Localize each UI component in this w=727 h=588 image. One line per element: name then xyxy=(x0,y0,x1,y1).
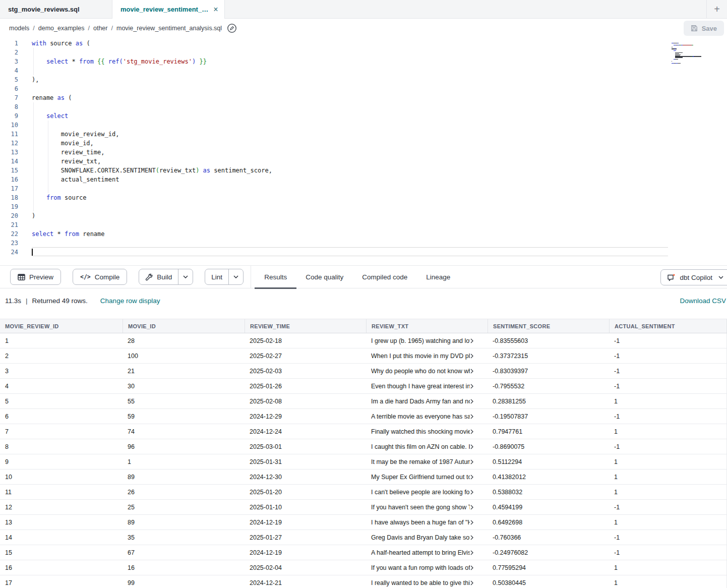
cell-movie-review-id: 8 xyxy=(0,439,123,454)
copilot-edit-icon[interactable] xyxy=(227,23,237,33)
code-line-17[interactable]: 17 xyxy=(0,184,668,193)
expand-cell-chevron-icon[interactable] xyxy=(469,490,474,495)
expand-cell-chevron-icon[interactable] xyxy=(469,384,474,389)
tab-lineage[interactable]: Lineage xyxy=(426,265,450,288)
dbt-copilot-button[interactable]: dbt Copilot xyxy=(660,269,727,285)
change-row-display-link[interactable]: Change row display xyxy=(100,297,160,305)
expand-cell-chevron-icon[interactable] xyxy=(469,338,474,343)
editor-minimap[interactable] xyxy=(672,43,704,66)
build-dropdown-chevron-icon[interactable] xyxy=(178,269,193,284)
dbt-ide-window: stg_movie_reviews.sql movie_review_senti… xyxy=(0,0,727,588)
expand-cell-chevron-icon[interactable] xyxy=(469,580,474,585)
code-line-10[interactable]: 10 xyxy=(0,121,668,130)
column-header-movie-review-id[interactable]: MOVIE_REVIEW_ID xyxy=(0,319,123,333)
cell-review-txt: My Super Ex Girlfriend turned out to b… xyxy=(366,469,488,484)
lint-label: Lint xyxy=(211,273,222,281)
cell-review-txt: If you haven't seen the gong show TV s… xyxy=(366,500,488,514)
lint-dropdown-chevron-icon[interactable] xyxy=(228,269,243,284)
cell-review-time: 2025-02-18 xyxy=(245,333,366,348)
expand-cell-chevron-icon[interactable] xyxy=(469,475,474,480)
code-line-19[interactable]: 19 xyxy=(0,202,668,211)
column-header-review-txt[interactable]: REVIEW_TXT xyxy=(366,319,488,333)
code-line-23[interactable]: 23 xyxy=(0,239,668,248)
column-header-review-time[interactable]: REVIEW_TIME xyxy=(245,319,366,333)
code-line-18[interactable]: 18 from source xyxy=(0,193,668,202)
expand-cell-chevron-icon[interactable] xyxy=(469,369,474,374)
code-line-14[interactable]: 14 review_txt, xyxy=(0,157,668,166)
tab-results[interactable]: Results xyxy=(264,265,287,288)
review-text: A half-hearted attempt to bring Elvis P… xyxy=(371,549,470,556)
expand-cell-chevron-icon[interactable] xyxy=(469,520,474,525)
cell-review-time: 2024-12-19 xyxy=(245,545,366,560)
expand-cell-chevron-icon[interactable] xyxy=(469,459,474,464)
code-line-22[interactable]: 22select * from rename xyxy=(0,229,668,239)
cell-review-time: 2025-03-01 xyxy=(245,439,366,454)
save-button[interactable]: Save xyxy=(684,21,724,36)
column-header-movie-id[interactable]: MOVIE_ID xyxy=(123,319,245,333)
code-line-6[interactable]: 6 xyxy=(0,84,668,93)
expand-cell-chevron-icon[interactable] xyxy=(469,565,474,570)
tab-code-quality[interactable]: Code quality xyxy=(306,265,343,288)
tab-compiled-code[interactable]: Compiled code xyxy=(362,265,407,288)
cell-actual-sentiment: 1 xyxy=(609,394,727,408)
cell-movie-review-id: 9 xyxy=(0,454,123,469)
expand-cell-chevron-icon[interactable] xyxy=(469,505,474,510)
code-line-8[interactable]: 8 xyxy=(0,102,668,111)
new-tab-button[interactable]: + xyxy=(714,4,720,14)
code-line-24[interactable]: 24 xyxy=(0,248,668,257)
code-line-3[interactable]: 3 select * from {{ ref('stg_movie_review… xyxy=(0,57,668,66)
expand-cell-chevron-icon[interactable] xyxy=(469,444,474,449)
code-line-2[interactable]: 2 xyxy=(0,48,668,57)
download-csv-link[interactable]: Download CSV xyxy=(680,297,726,305)
review-text: Im a die hard Dads Army fan and nothi… xyxy=(371,398,470,405)
code-line-1[interactable]: 1with source as ( xyxy=(0,39,668,48)
code-text: rename as ( xyxy=(32,93,668,102)
code-line-21[interactable]: 21 xyxy=(0,220,668,229)
code-line-9[interactable]: 9 select xyxy=(0,111,668,121)
code-editor[interactable]: 1with source as (23 select * from {{ ref… xyxy=(0,38,727,265)
code-line-11[interactable]: 11 movie_review_id, xyxy=(0,130,668,139)
line-number: 19 xyxy=(0,202,18,211)
table-row: 17992024-12-21I really wanted to be able… xyxy=(0,575,727,588)
code-text: ), xyxy=(32,75,668,84)
expand-cell-chevron-icon[interactable] xyxy=(469,535,474,540)
cell-review-txt: Why do people who do not know what… xyxy=(366,364,488,378)
cell-review-txt: I caught this film on AZN on cable. It s… xyxy=(366,439,488,454)
line-number: 22 xyxy=(0,229,18,239)
expand-cell-chevron-icon[interactable] xyxy=(469,354,474,359)
cell-actual-sentiment: -1 xyxy=(609,379,727,393)
cell-review-txt: I can't believe people are looking for a… xyxy=(366,485,488,499)
table-row: 912025-01-31It may be the remake of 1987… xyxy=(0,454,727,469)
expand-cell-chevron-icon[interactable] xyxy=(469,429,474,434)
review-text: If you want a fun romp with loads of s… xyxy=(371,564,470,571)
expand-cell-chevron-icon[interactable] xyxy=(469,399,474,404)
cell-review-time: 2025-02-08 xyxy=(245,394,366,408)
compile-button[interactable]: </> Compile xyxy=(73,269,127,285)
code-line-16[interactable]: 16 actual_sentiment xyxy=(0,175,668,184)
lint-button[interactable]: Lint xyxy=(205,269,228,284)
cell-movie-review-id: 13 xyxy=(0,515,123,530)
column-header-actual-sentiment[interactable]: ACTUAL_SENTIMENT xyxy=(609,319,727,333)
close-tab-icon[interactable]: × xyxy=(213,6,218,14)
review-text: A terrible movie as everyone has said. … xyxy=(371,413,470,420)
code-line-4[interactable]: 4 xyxy=(0,66,668,75)
preview-button[interactable]: Preview xyxy=(10,269,61,285)
line-number: 17 xyxy=(0,184,18,193)
code-line-5[interactable]: 5), xyxy=(0,75,668,84)
code-line-13[interactable]: 13 review_time, xyxy=(0,148,668,157)
cell-review-time: 2024-12-30 xyxy=(245,469,366,484)
tab-label: stg_movie_reviews.sql xyxy=(8,6,80,13)
expand-cell-chevron-icon[interactable] xyxy=(469,550,474,555)
cell-review-txt: I grew up (b. 1965) watching and lovin… xyxy=(366,333,488,348)
tab-movie-review-sentiment[interactable]: movie_review_sentiment_… × xyxy=(112,0,225,19)
code-line-7[interactable]: 7rename as ( xyxy=(0,93,668,102)
code-line-20[interactable]: 20) xyxy=(0,211,668,220)
column-header-sentiment-score[interactable]: SENTIMENT_SCORE xyxy=(488,319,609,333)
cell-review-txt: Greg Davis and Bryan Daly take some … xyxy=(366,530,488,545)
expand-cell-chevron-icon[interactable] xyxy=(469,414,474,419)
code-line-15[interactable]: 15 SNOWFLAKE.CORTEX.SENTIMENT(review_txt… xyxy=(0,166,668,175)
table-row: 5552025-02-08Im a die hard Dads Army fan… xyxy=(0,394,727,409)
build-button[interactable]: Build xyxy=(139,269,178,284)
code-line-12[interactable]: 12 movie_id, xyxy=(0,139,668,148)
tab-stg-movie-reviews[interactable]: stg_movie_reviews.sql xyxy=(0,0,112,19)
